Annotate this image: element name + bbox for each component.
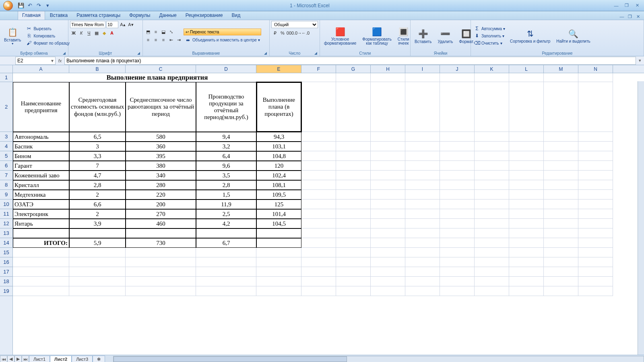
cell[interactable]: ОЗАТЭ	[13, 200, 69, 209]
cell[interactable]: 395	[126, 151, 196, 161]
cell[interactable]	[509, 73, 544, 82]
column-header-G[interactable]: G	[336, 65, 371, 73]
border-button[interactable]: ▦	[93, 29, 100, 37]
cell[interactable]	[544, 180, 578, 190]
cell[interactable]	[405, 180, 440, 190]
cell[interactable]	[301, 200, 336, 209]
cell[interactable]	[509, 132, 544, 142]
increase-indent-icon[interactable]: ⇥	[175, 36, 182, 43]
cell[interactable]	[578, 228, 613, 238]
cell[interactable]	[336, 73, 371, 82]
cell[interactable]	[301, 228, 336, 238]
cell[interactable]	[126, 228, 196, 238]
cell[interactable]	[578, 142, 613, 151]
row-header-19[interactable]: 19	[0, 286, 12, 296]
grow-font-icon[interactable]: A▴	[119, 21, 126, 28]
cell[interactable]	[440, 151, 475, 161]
cell[interactable]	[509, 209, 544, 219]
cell[interactable]	[336, 190, 371, 200]
column-header-J[interactable]: J	[440, 65, 475, 73]
cell[interactable]	[440, 180, 475, 190]
cell[interactable]: 6,7	[196, 238, 256, 248]
cell[interactable]: 2,8	[69, 180, 126, 190]
cell[interactable]	[301, 190, 336, 200]
sheet-nav-first[interactable]: ⏮	[0, 356, 7, 362]
cell[interactable]	[301, 277, 336, 286]
cell[interactable]	[578, 238, 613, 248]
cell[interactable]	[440, 132, 475, 142]
cell[interactable]: 6,5	[69, 132, 126, 142]
cell[interactable]	[256, 267, 301, 277]
new-sheet-button[interactable]: ✻	[93, 356, 105, 362]
cell[interactable]: Среднегодовая стоимость основных фондов …	[69, 82, 126, 132]
cell[interactable]	[544, 286, 578, 296]
cell[interactable]	[578, 209, 613, 219]
cell[interactable]: 101,4	[256, 209, 301, 219]
cell[interactable]	[69, 257, 126, 267]
column-header-L[interactable]: L	[509, 65, 544, 73]
bold-button[interactable]: Ж	[70, 29, 77, 37]
cell[interactable]: 125	[256, 200, 301, 209]
cell[interactable]	[336, 132, 371, 142]
cell[interactable]	[371, 200, 405, 209]
cell[interactable]	[336, 142, 371, 151]
cell[interactable]	[578, 73, 613, 82]
cell[interactable]	[475, 277, 509, 286]
row-header-11[interactable]: 11	[0, 209, 12, 219]
cell[interactable]	[578, 132, 613, 142]
find-select-button[interactable]: 🔍Найти и выделить	[554, 27, 592, 44]
row-header-7[interactable]: 7	[0, 171, 12, 180]
cell[interactable]	[336, 219, 371, 228]
cell[interactable]: 9,6	[196, 161, 256, 171]
column-header-F[interactable]: F	[301, 65, 336, 73]
cell[interactable]	[475, 200, 509, 209]
cell[interactable]	[256, 228, 301, 238]
cell[interactable]	[509, 161, 544, 171]
cell[interactable]: 104,5	[256, 219, 301, 228]
cell[interactable]	[405, 248, 440, 257]
font-name-input[interactable]	[70, 21, 105, 28]
cell[interactable]: Гарант	[13, 161, 69, 171]
cell[interactable]: Электроцинк	[13, 209, 69, 219]
cell[interactable]: 580	[126, 132, 196, 142]
cell[interactable]	[440, 267, 475, 277]
font-color-button[interactable]: A	[108, 29, 116, 37]
cell[interactable]: 120	[256, 161, 301, 171]
merge-center-button[interactable]: ⬌Объединить и поместить в центре ▾	[184, 37, 261, 43]
cell[interactable]	[405, 238, 440, 248]
cell[interactable]	[440, 286, 475, 296]
cell[interactable]	[256, 248, 301, 257]
cell[interactable]	[544, 190, 578, 200]
cell[interactable]	[196, 228, 256, 238]
cell[interactable]	[256, 277, 301, 286]
cell[interactable]	[544, 238, 578, 248]
column-header-M[interactable]: M	[544, 65, 578, 73]
doc-minimize-button[interactable]: —	[618, 13, 625, 20]
cell[interactable]	[509, 171, 544, 180]
cell[interactable]	[13, 228, 69, 238]
cell[interactable]	[440, 190, 475, 200]
cell[interactable]	[440, 142, 475, 151]
cell[interactable]: 2	[69, 190, 126, 200]
cell[interactable]	[544, 151, 578, 161]
cell[interactable]: Выполнение плана (в процентах)	[256, 82, 301, 132]
cell[interactable]	[336, 277, 371, 286]
cell[interactable]	[405, 228, 440, 238]
conditional-formatting-button[interactable]: 🟥Условное форматирование	[322, 25, 359, 46]
format-painter-button[interactable]: 🖌Формат по образцу	[25, 40, 71, 46]
cell[interactable]	[578, 267, 613, 277]
title-cell[interactable]: Выполнение плана предприятия	[13, 73, 301, 82]
cell[interactable]	[475, 238, 509, 248]
cell[interactable]: 280	[126, 180, 196, 190]
close-button[interactable]: ✕	[633, 2, 642, 9]
tab-page-layout[interactable]: Разметка страницы	[72, 11, 124, 20]
cell[interactable]	[371, 228, 405, 238]
cell[interactable]	[126, 277, 196, 286]
cell[interactable]	[301, 238, 336, 248]
row-header-5[interactable]: 5	[0, 151, 12, 161]
column-header-N[interactable]: N	[578, 65, 613, 73]
cell[interactable]	[509, 257, 544, 267]
row-header-6[interactable]: 6	[0, 161, 12, 171]
restore-button[interactable]: ❐	[622, 2, 631, 9]
cell[interactable]	[196, 277, 256, 286]
